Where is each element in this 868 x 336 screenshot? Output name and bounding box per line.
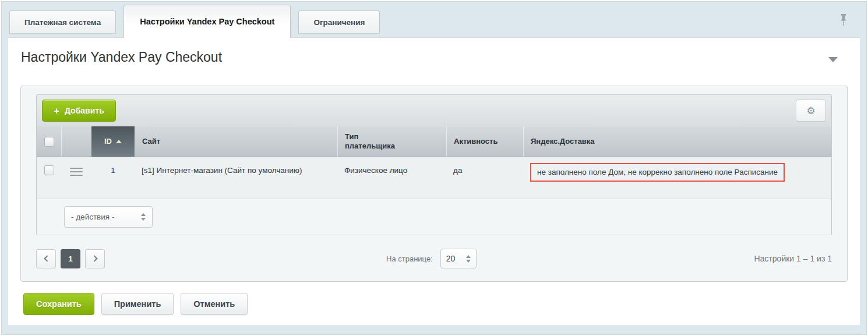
header-checkbox-cell [37, 126, 61, 157]
row-payer-type-cell: Физическое лицо [337, 157, 446, 199]
settings-window: Платежная система Настройки Yandex Pay C… [0, 0, 868, 336]
tab-bar: Платежная система Настройки Yandex Pay C… [9, 5, 380, 38]
plus-icon: + [54, 106, 59, 116]
row-menu-icon[interactable] [70, 168, 83, 176]
form-footer: Сохранить Применить Отменить [23, 293, 248, 315]
add-button-label: Добавить [65, 106, 104, 115]
delivery-error-message: не заполнено поле Дом, не коррекно запол… [530, 163, 785, 182]
header-site[interactable]: Сайт [135, 126, 337, 157]
grid-table: + Добавить ⚙ ID [36, 94, 832, 235]
row-site-cell: [s1] Интернет-магазин (Сайт по умолчанию… [135, 157, 337, 199]
save-button[interactable]: Сохранить [23, 293, 94, 315]
next-page-button[interactable] [85, 249, 105, 268]
row-yandex-delivery-cell: не заполнено поле Дом, не коррекно запол… [523, 157, 831, 199]
grid-toolbar: + Добавить ⚙ [37, 95, 831, 126]
prev-page-button[interactable] [36, 249, 56, 268]
grid-container: + Добавить ⚙ ID [20, 86, 848, 282]
page-title: Настройки Yandex Pay Checkout [21, 49, 222, 65]
apply-button[interactable]: Применить [101, 293, 174, 315]
chevron-left-icon [44, 255, 50, 261]
per-page-select[interactable]: 20 [440, 249, 477, 268]
records-summary: Настройки 1 – 1 из 1 [754, 254, 832, 263]
header-id-sorted[interactable]: ID [91, 126, 135, 157]
spinner-arrows-icon [141, 213, 146, 221]
pin-icon[interactable] [839, 14, 848, 29]
spinner-arrows-icon [466, 255, 471, 263]
per-page-label: На странице: [386, 254, 433, 263]
gear-icon: ⚙ [806, 105, 815, 117]
row-checkbox[interactable] [44, 165, 54, 175]
per-page-control: На странице: 20 [386, 249, 477, 268]
table-header-row: ID Сайт Тип плательщика Активность Яндек… [37, 126, 831, 157]
form-panel: Настройки Yandex Pay Checkout + Добавить… [8, 37, 860, 325]
page-1-button[interactable]: 1 [61, 249, 80, 268]
header-yandex-delivery[interactable]: Яндекс.Доставка [523, 126, 831, 157]
actions-select-value: - действия - [71, 213, 114, 221]
collapse-section-icon[interactable] [828, 57, 838, 62]
sort-ascending-icon [116, 140, 122, 143]
tab-payment-system[interactable]: Платежная система [9, 10, 116, 34]
chevron-right-icon [91, 255, 97, 261]
row-activity-cell: да [446, 157, 523, 199]
row-checkbox-cell [37, 157, 61, 199]
add-button[interactable]: + Добавить [42, 100, 116, 122]
select-all-checkbox[interactable] [44, 137, 54, 147]
header-id-label: ID [104, 137, 112, 146]
header-activity[interactable]: Активность [446, 126, 523, 157]
pagination-bar: 1 На странице: 20 Настройки 1 – 1 из 1 [36, 248, 832, 269]
table-row: 1 [s1] Интернет-магазин (Сайт по умолчан… [37, 157, 831, 199]
tab-restrictions[interactable]: Ограничения [298, 10, 380, 34]
cancel-button[interactable]: Отменить [181, 293, 248, 315]
header-menu-cell [61, 126, 91, 157]
header-payer-type[interactable]: Тип плательщика [337, 126, 446, 157]
actions-select[interactable]: - действия - [64, 206, 153, 228]
per-page-value: 20 [446, 254, 456, 263]
group-actions-strip: - действия - [37, 199, 831, 235]
row-id-cell: 1 [91, 157, 135, 199]
grid-settings-button[interactable]: ⚙ [796, 100, 826, 122]
row-menu-cell [61, 157, 91, 199]
tab-yandex-pay-checkout-settings[interactable]: Настройки Yandex Pay Checkout [124, 5, 291, 38]
